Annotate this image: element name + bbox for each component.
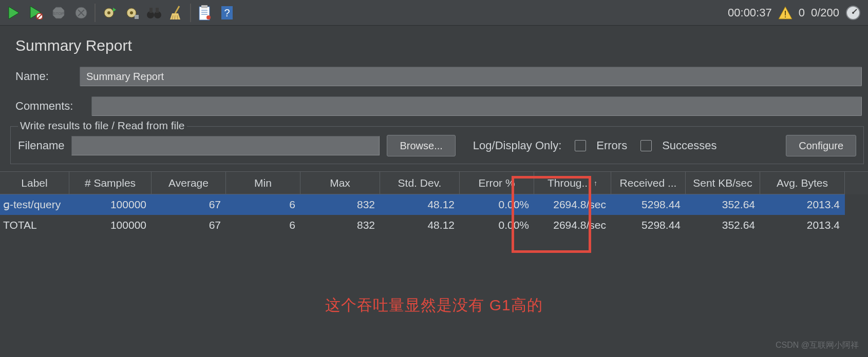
results-table: Label# SamplesAverageMinMaxStd. Dev.Erro… <box>0 171 868 312</box>
svg-rect-25 <box>201 5 207 8</box>
gear-settings-icon[interactable] <box>121 3 142 23</box>
table-cell: 0.00% <box>460 215 534 235</box>
svg-marker-0 <box>9 7 19 19</box>
svg-marker-11 <box>113 8 116 12</box>
filename-field[interactable] <box>71 136 380 155</box>
col-header[interactable]: Avg. Bytes <box>760 172 845 194</box>
table-cell: 48.12 <box>380 215 460 235</box>
col-header[interactable]: Std. Dev. <box>380 172 460 194</box>
help-icon[interactable]: ? <box>217 3 237 23</box>
col-header[interactable]: Error % <box>460 172 534 194</box>
table-cell: 2694.8/sec <box>534 194 611 215</box>
clipboard-icon[interactable] <box>194 3 215 23</box>
col-header[interactable]: Min <box>226 172 300 194</box>
broom-icon[interactable] <box>166 3 187 23</box>
status-bar: 00:00:37 ! 0 0/200 <box>728 5 865 21</box>
col-header[interactable]: Received ... <box>611 172 686 194</box>
annotation-text: 这个吞吐量显然是没有 G1高的 <box>0 295 868 316</box>
table-cell: 6 <box>226 215 300 235</box>
comments-field[interactable] <box>91 96 862 116</box>
table-cell: 2013.4 <box>760 215 845 235</box>
toolbar-separator <box>190 4 191 22</box>
gauge-icon[interactable] <box>845 5 861 21</box>
table-header: Label# SamplesAverageMinMaxStd. Dev.Erro… <box>0 172 868 194</box>
table-cell: 2013.4 <box>760 194 845 215</box>
errors-checkbox[interactable] <box>575 140 586 151</box>
table-cell: TOTAL <box>0 215 69 235</box>
col-header[interactable]: Label <box>0 172 69 194</box>
table-cell: 100000 <box>69 194 152 215</box>
run-exclude-icon[interactable] <box>26 3 46 23</box>
name-label: Name: <box>15 70 69 83</box>
svg-point-10 <box>107 11 110 14</box>
filename-label: Filename <box>18 139 64 152</box>
table-cell: 48.12 <box>380 194 460 215</box>
summary-report-panel: Summary Report Name: Comments: Write res… <box>0 26 868 312</box>
sort-arrow-icon: ↑ <box>594 179 597 187</box>
table-cell: 832 <box>300 194 380 215</box>
toolbar: STOP ? 00:00:37 ! 0 0/200 <box>0 0 868 26</box>
watermark: CSDN @互联网小阿祥 <box>776 340 859 351</box>
comments-label: Comments: <box>15 100 81 113</box>
svg-text:!: ! <box>784 9 786 19</box>
warning-count: 0 <box>799 6 805 19</box>
col-header[interactable]: Max <box>300 172 380 194</box>
table-cell: 67 <box>152 215 226 235</box>
table-cell: 832 <box>300 215 380 235</box>
toolbar-separator <box>95 4 96 22</box>
gear-run-icon[interactable] <box>99 3 119 23</box>
table-cell: 100000 <box>69 215 152 235</box>
warning-icon[interactable]: ! <box>778 6 792 19</box>
table-row[interactable]: ɡ-test/query10000067683248.120.00%2694.8… <box>0 194 868 215</box>
log-display-label: Log/Display Only: <box>473 139 561 152</box>
svg-text:?: ? <box>224 7 230 18</box>
svg-point-13 <box>130 11 133 14</box>
elapsed-time: 00:00:37 <box>728 6 772 19</box>
svg-rect-17 <box>149 8 153 13</box>
stop-icon[interactable]: STOP <box>48 3 69 23</box>
svg-line-19 <box>175 6 179 13</box>
successes-checkbox[interactable] <box>640 140 652 151</box>
table-cell: ɡ-test/query <box>0 194 69 215</box>
errors-label: Errors <box>596 139 627 152</box>
run-icon[interactable] <box>3 3 24 23</box>
col-header[interactable]: # Samples <box>69 172 152 194</box>
binoculars-icon[interactable] <box>144 3 164 23</box>
configure-button[interactable]: Configure <box>786 135 856 156</box>
svg-point-29 <box>206 15 211 19</box>
table-cell: 6 <box>226 194 300 215</box>
file-fieldset: Write results to file / Read from file F… <box>10 126 864 164</box>
svg-text:STOP: STOP <box>53 11 64 16</box>
thread-count: 0/200 <box>811 6 839 19</box>
table-row[interactable]: TOTAL10000067683248.120.00%2694.8/sec529… <box>0 215 868 235</box>
browse-button[interactable]: Browse... <box>387 135 455 156</box>
svg-rect-14 <box>135 15 139 19</box>
col-header[interactable]: Throug...↑ <box>534 172 611 194</box>
svg-point-36 <box>852 12 854 14</box>
col-header[interactable]: Average <box>152 172 226 194</box>
table-cell: 5298.44 <box>611 215 686 235</box>
shutdown-icon[interactable] <box>71 3 91 23</box>
panel-title: Summary Report <box>15 37 862 54</box>
table-cell: 352.64 <box>686 194 760 215</box>
name-field[interactable] <box>80 67 862 86</box>
table-cell: 352.64 <box>686 215 760 235</box>
col-header[interactable]: Sent KB/sec <box>686 172 760 194</box>
table-cell: 0.00% <box>460 194 534 215</box>
table-cell: 67 <box>152 194 226 215</box>
table-cell: 5298.44 <box>611 194 686 215</box>
svg-rect-18 <box>156 8 159 13</box>
successes-label: Successes <box>662 139 716 152</box>
table-cell: 2694.8/sec <box>534 215 611 235</box>
file-legend: Write results to file / Read from file <box>18 120 187 132</box>
